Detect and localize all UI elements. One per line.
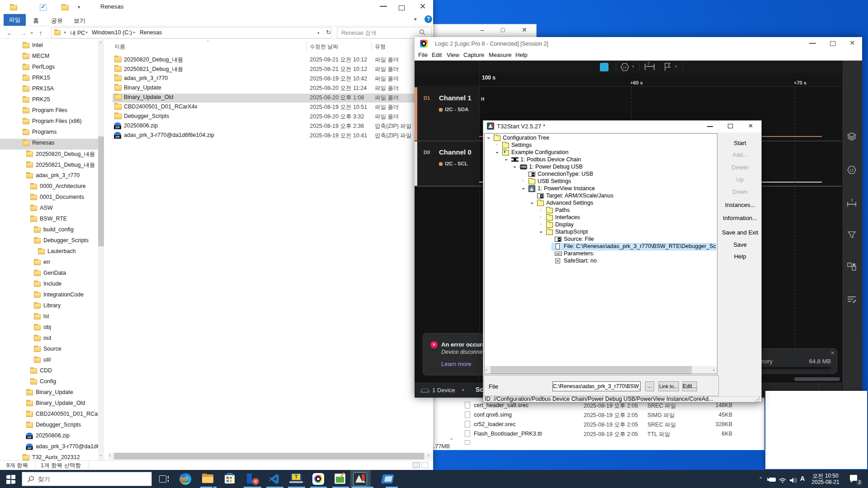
- svg-text:1F: 1F: [849, 168, 854, 173]
- svg-text:1F: 1F: [623, 66, 627, 70]
- svg-text:3: 3: [850, 198, 853, 202]
